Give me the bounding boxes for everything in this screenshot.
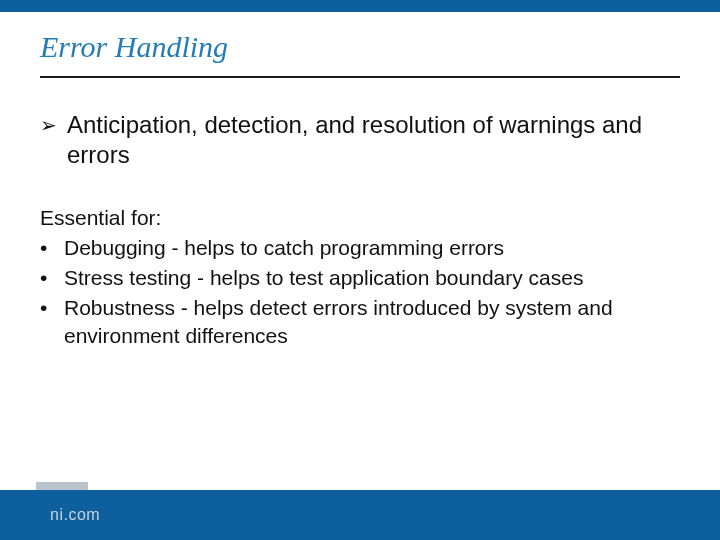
footer-accent-dash xyxy=(36,482,88,490)
lead-bullet: ➢ Anticipation, detection, and resolutio… xyxy=(40,110,680,170)
sub-section: Essential for: • Debugging - helps to ca… xyxy=(40,204,680,350)
list-item-text: Robustness - helps detect errors introdu… xyxy=(64,294,680,350)
list-item: • Stress testing - helps to test applica… xyxy=(40,264,680,292)
brand-text: ni.com xyxy=(50,506,100,524)
chevron-right-icon: ➢ xyxy=(40,110,57,140)
lead-text: Anticipation, detection, and resolution … xyxy=(67,110,680,170)
sub-heading: Essential for: xyxy=(40,204,680,232)
bullet-icon: • xyxy=(40,294,64,322)
top-accent-bar xyxy=(0,0,720,12)
list-item-text: Stress testing - helps to test applicati… xyxy=(64,264,680,292)
bullet-icon: • xyxy=(40,264,64,292)
slide: Error Handling ➢ Anticipation, detection… xyxy=(0,0,720,540)
title-block: Error Handling xyxy=(40,30,680,78)
title-underline xyxy=(40,76,680,78)
list-item-text: Debugging - helps to catch programming e… xyxy=(64,234,680,262)
slide-title: Error Handling xyxy=(40,30,680,74)
list-item: • Robustness - helps detect errors intro… xyxy=(40,294,680,350)
slide-content: ➢ Anticipation, detection, and resolutio… xyxy=(40,110,680,352)
footer-bar: ni.com xyxy=(0,490,720,540)
list-item: • Debugging - helps to catch programming… xyxy=(40,234,680,262)
bullet-icon: • xyxy=(40,234,64,262)
sub-list: • Debugging - helps to catch programming… xyxy=(40,234,680,350)
